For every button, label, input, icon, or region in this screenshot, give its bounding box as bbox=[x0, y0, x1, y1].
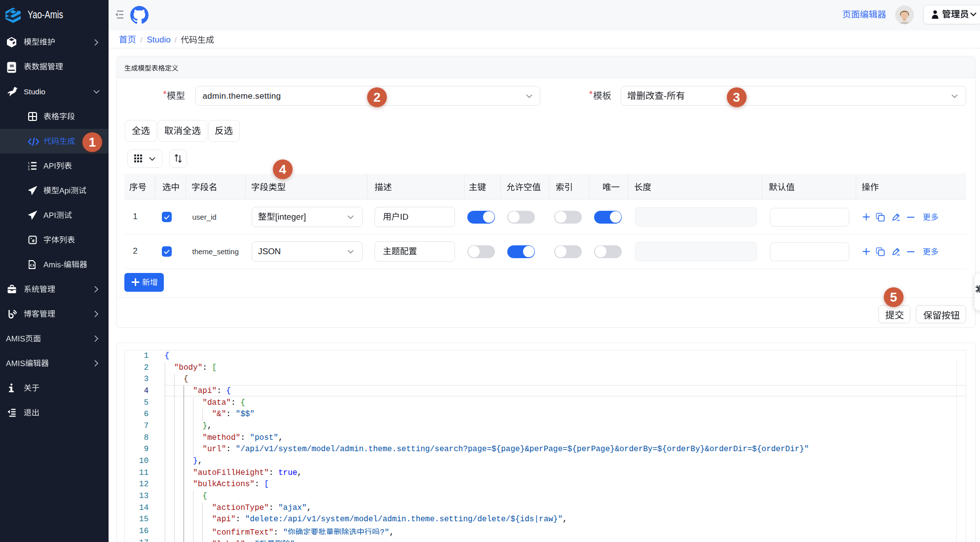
svg-text:3: 3 bbox=[28, 168, 30, 171]
svg-text:1: 1 bbox=[28, 161, 30, 164]
svg-text:2: 2 bbox=[28, 165, 30, 168]
